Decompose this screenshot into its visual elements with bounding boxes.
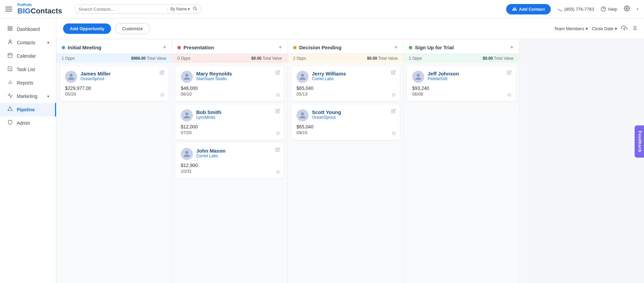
feedback-tab[interactable]: Feedback xyxy=(635,125,644,158)
search-icon[interactable] xyxy=(193,6,197,12)
sidebar-label-dashboard: Dashboard xyxy=(17,26,40,32)
task-list-icon xyxy=(7,66,13,73)
cards-area-presentation: Mary Reynolds StarGlaze Studio $48,000 0… xyxy=(172,63,287,283)
column-title-decision-pending: Decision Pending xyxy=(299,45,391,50)
column-stats-presentation: 0 Opps $0.00 Total Value xyxy=(172,54,287,63)
column-add-button-presentation[interactable]: + xyxy=(278,44,282,51)
card-info-john-mason: John Mason Comet Labs xyxy=(196,148,279,158)
svg-rect-8 xyxy=(10,29,12,31)
contacts-chevron-icon: ▾ xyxy=(47,41,49,45)
column-dot-sign-up-for-trial xyxy=(409,46,412,49)
card-edit-button-james-miller[interactable] xyxy=(160,70,164,76)
svg-point-9 xyxy=(9,40,11,42)
sidebar-label-task-list: Task List xyxy=(17,67,35,72)
card-drag-handle-jerry-williams[interactable]: ⊕ xyxy=(391,92,396,98)
main-content: Add Opportunity Customize Team Members ▾… xyxy=(56,18,644,283)
cards-area-decision-pending: Jerry Williams Comet Labs $65,040 05/13 … xyxy=(288,63,403,283)
settings-dropdown-icon[interactable]: ▾ xyxy=(637,7,639,11)
sidebar-item-pipeline[interactable]: Pipeline xyxy=(0,103,56,116)
column-add-button-initial-meeting[interactable]: + xyxy=(163,44,166,51)
column-header-sign-up-for-trial: Sign Up for Trial + xyxy=(404,39,519,54)
card-drag-handle-mary-reynolds[interactable]: ⊕ xyxy=(276,92,280,98)
card-drag-handle-scott-young[interactable]: ⊕ xyxy=(391,130,396,136)
card-drag-handle-jeff-johnson[interactable]: ⊕ xyxy=(507,92,512,98)
card-date-bob-smith: 07/20 xyxy=(181,130,279,135)
card-company-jeff-johnson: PebbleSoft xyxy=(428,76,510,81)
card-name-jerry-williams: Jerry Williams xyxy=(312,71,394,76)
sidebar-item-admin[interactable]: Admin xyxy=(0,116,56,130)
card-company-john-mason: Comet Labs xyxy=(196,154,279,158)
sidebar-label-marketing: Marketing xyxy=(17,94,37,99)
help-link[interactable]: Help xyxy=(601,6,617,12)
team-members-filter[interactable]: Team Members ▾ xyxy=(554,26,588,31)
settings-icon[interactable] xyxy=(624,5,630,13)
column-add-button-sign-up-for-trial[interactable]: + xyxy=(510,44,514,51)
column-dot-presentation xyxy=(177,46,181,49)
sidebar-item-calendar[interactable]: Calendar xyxy=(0,49,56,63)
search-bar[interactable]: By Name ▾ xyxy=(74,4,202,14)
svg-rect-6 xyxy=(10,26,12,28)
phone-link[interactable]: (855) 776-7763 xyxy=(557,7,594,12)
sidebar-label-contacts: Contacts xyxy=(17,40,35,45)
card-drag-handle-bob-smith[interactable]: ⊕ xyxy=(276,130,280,136)
card-date-jeff-johnson: 06/08 xyxy=(412,92,510,97)
customize-button[interactable]: Customize xyxy=(115,23,150,34)
sidebar-item-dashboard[interactable]: Dashboard xyxy=(0,22,56,36)
column-title-presentation: Presentation xyxy=(183,45,276,50)
sidebar-item-reports[interactable]: Reports xyxy=(0,76,56,90)
hamburger-menu[interactable] xyxy=(5,7,12,11)
card-top-jeff-johnson: Jeff Johnson PebbleSoft xyxy=(412,71,510,83)
column-add-button-decision-pending[interactable]: + xyxy=(394,44,398,51)
sidebar-item-marketing[interactable]: Marketing ▾ xyxy=(0,90,56,103)
avatar-jerry-williams xyxy=(297,71,309,83)
list-view-icon[interactable] xyxy=(631,25,637,33)
card-company-mary-reynolds: StarGlaze Studio xyxy=(196,76,279,81)
card-edit-button-jerry-williams[interactable] xyxy=(391,70,396,76)
sidebar-item-task-list[interactable]: Task List xyxy=(0,63,56,76)
column-title-sign-up-for-trial: Sign Up for Trial xyxy=(415,45,507,50)
svg-rect-7 xyxy=(8,29,10,31)
logo-big-text: BIG xyxy=(17,7,31,15)
card-info-jeff-johnson: Jeff Johnson PebbleSoft xyxy=(428,71,510,81)
close-date-filter[interactable]: Close Date ▾ xyxy=(592,26,617,31)
sidebar-label-pipeline: Pipeline xyxy=(17,107,35,112)
card-company-bob-smith: LynxMinds xyxy=(196,115,279,120)
logo-proprofs-text: ProProfs xyxy=(17,3,62,7)
card-drag-handle-james-miller[interactable]: ⊕ xyxy=(160,92,164,98)
card-edit-button-jeff-johnson[interactable] xyxy=(507,70,512,76)
search-input[interactable] xyxy=(78,7,165,12)
by-name-filter[interactable]: By Name ▾ xyxy=(167,7,190,11)
card-amount-bob-smith: $12,000 xyxy=(181,124,279,129)
column-opps-count-decision-pending: 2 Opps xyxy=(293,56,306,61)
svg-line-1 xyxy=(196,9,197,10)
cards-area-sign-up-for-trial: Jeff Johnson PebbleSoft $93,240 06/08 ⊕ xyxy=(404,63,519,283)
card-edit-button-scott-young[interactable] xyxy=(391,109,396,114)
add-contact-button[interactable]: Add Contact xyxy=(506,4,551,14)
card-company-scott-young: OceanSprout xyxy=(312,115,394,120)
top-nav: ProProfs BIG Contacts By Name ▾ Add Cont… xyxy=(0,0,644,18)
column-presentation: Presentation + 0 Opps $0.00 Total Value xyxy=(172,39,288,283)
card-edit-button-john-mason[interactable] xyxy=(275,147,280,153)
card-drag-handle-john-mason[interactable]: ⊕ xyxy=(276,169,280,175)
column-header-decision-pending: Decision Pending + xyxy=(288,39,403,54)
card-date-scott-young: 09/15 xyxy=(297,130,394,135)
column-stats-decision-pending: 2 Opps $0.00 Total Value xyxy=(288,54,403,63)
opportunity-card-mary-reynolds: Mary Reynolds StarGlaze Studio $48,000 0… xyxy=(175,66,284,101)
card-edit-button-mary-reynolds[interactable] xyxy=(275,70,280,76)
card-name-jeff-johnson: Jeff Johnson xyxy=(428,71,510,76)
upload-icon[interactable] xyxy=(621,25,627,33)
pipeline-board: Initial Meeting + 1 Opps $966.00 Total V… xyxy=(56,39,644,283)
calendar-icon xyxy=(7,53,13,59)
card-amount-jerry-williams: $65,040 xyxy=(297,86,394,91)
column-header-initial-meeting: Initial Meeting + xyxy=(56,39,172,54)
logo[interactable]: ProProfs BIG Contacts xyxy=(17,3,62,15)
sidebar-item-contacts[interactable]: Contacts ▾ xyxy=(0,36,56,49)
column-total-value-decision-pending: $0.00 Total Value xyxy=(367,56,398,61)
card-info-jerry-williams: Jerry Williams Comet Labs xyxy=(312,71,394,81)
avatar-scott-young xyxy=(297,109,309,121)
nav-right: Add Contact (855) 776-7763 Help ▾ xyxy=(506,4,639,14)
card-edit-button-bob-smith[interactable] xyxy=(275,109,280,114)
card-top-jerry-williams: Jerry Williams Comet Labs xyxy=(297,71,394,83)
add-opportunity-button[interactable]: Add Opportunity xyxy=(63,23,111,34)
opportunity-card-scott-young: Scott Young OceanSprout $65,040 09/15 ⊕ xyxy=(291,105,400,140)
